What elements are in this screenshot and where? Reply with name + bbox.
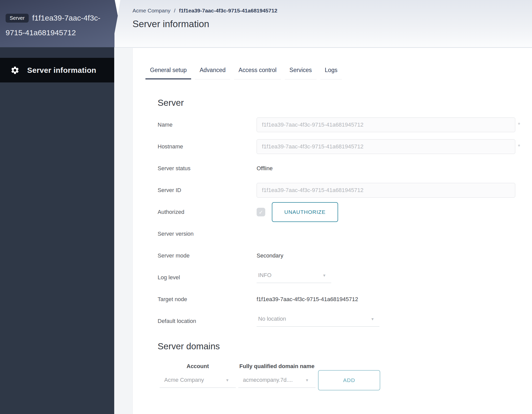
add-domain-button[interactable]: ADD xyxy=(318,370,380,390)
account-column-header: Account xyxy=(160,363,236,370)
content-card: General setup Advanced Access control Se… xyxy=(132,48,532,414)
server-mode-label: Server mode xyxy=(158,252,257,259)
name-input[interactable] xyxy=(257,117,515,132)
form-row-log-level: Log level INFO ▼ xyxy=(158,267,523,288)
server-domains-form: Account Acme Company ▼ Fully qualified d… xyxy=(160,363,523,388)
tab-label: General setup xyxy=(150,67,187,73)
fqdn-select[interactable]: acmecompany.7d.... ▼ xyxy=(238,377,315,388)
chevron-down-icon: ▼ xyxy=(225,378,229,382)
sidebar: Server information xyxy=(0,0,114,414)
form-row-hostname: Hostname * xyxy=(158,136,523,158)
hostname-label: Hostname xyxy=(158,143,257,150)
breadcrumb: Acme Company / f1f1ea39-7aac-4f3c-9715-4… xyxy=(132,8,532,14)
form-row-server-id: Server ID xyxy=(158,179,523,201)
tab-label: Access control xyxy=(239,67,277,73)
required-asterisk: * xyxy=(515,143,523,150)
sidebar-item-server-information[interactable]: Server information xyxy=(0,58,114,82)
tab-general-setup[interactable]: General setup xyxy=(145,67,191,79)
server-mode-value: Secondary xyxy=(257,252,283,259)
tab-label: Services xyxy=(289,67,312,73)
form-row-default-location: Default location No location ▼ xyxy=(158,310,523,332)
default-location-select[interactable]: No location ▼ xyxy=(257,316,379,327)
default-location-label: Default location xyxy=(158,318,257,324)
server-type-badge: Server xyxy=(6,14,29,23)
tab-access-control[interactable]: Access control xyxy=(234,67,281,79)
chevron-down-icon: ▼ xyxy=(305,378,309,382)
sidebar-item-label: Server information xyxy=(27,66,96,75)
default-location-value: No location xyxy=(258,316,286,322)
tab-label: Advanced xyxy=(200,67,225,73)
log-level-label: Log level xyxy=(158,274,257,281)
target-node-label: Target node xyxy=(158,296,257,303)
tab-advanced[interactable]: Advanced xyxy=(195,67,230,79)
unauthorize-button[interactable]: UNAUTHORIZE xyxy=(272,202,338,222)
content-row: General setup Advanced Access control Se… xyxy=(114,48,532,414)
server-status-value: Offline xyxy=(257,165,273,172)
sidebar-header-pennant: Serverf1f1ea39-7aac-4f3c-9715-41a6819457… xyxy=(0,0,118,48)
authorized-checkbox[interactable]: ✓ xyxy=(257,208,265,216)
server-version-label: Server version xyxy=(158,231,257,237)
main-area: Acme Company / f1f1ea39-7aac-4f3c-9715-4… xyxy=(114,0,532,414)
hostname-input[interactable] xyxy=(257,139,515,154)
account-select[interactable]: Acme Company ▼ xyxy=(160,377,236,388)
server-form: Name * Hostname * Se xyxy=(158,114,523,332)
fqdn-select-value: acmecompany.7d.... xyxy=(243,377,293,383)
server-status-label: Server status xyxy=(158,165,257,172)
chevron-down-icon: ▼ xyxy=(322,273,326,278)
gear-icon xyxy=(10,65,20,75)
log-level-value: INFO xyxy=(258,272,272,279)
form-row-target-node: Target node f1f1ea39-7aac-4f3c-9715-41a6… xyxy=(158,288,523,310)
tab-bar: General setup Advanced Access control Se… xyxy=(145,67,523,79)
sidebar-gutter xyxy=(114,48,132,414)
name-label: Name xyxy=(158,122,257,128)
checkmark-icon: ✓ xyxy=(259,210,263,215)
required-asterisk: * xyxy=(515,121,523,128)
account-column: Account Acme Company ▼ xyxy=(160,363,236,388)
form-row-authorized: Authorized ✓ UNAUTHORIZE xyxy=(158,201,523,223)
form-row-server-version: Server version xyxy=(158,223,523,245)
authorized-label: Authorized xyxy=(158,209,257,215)
account-select-value: Acme Company xyxy=(164,377,204,383)
server-section-title: Server xyxy=(158,98,523,108)
breadcrumb-separator: / xyxy=(174,8,175,13)
form-row-server-mode: Server mode Secondary xyxy=(158,245,523,267)
page-title: Server information xyxy=(132,19,532,29)
server-id-label: Server ID xyxy=(158,187,257,194)
log-level-select[interactable]: INFO ▼ xyxy=(257,272,331,283)
server-domains-title: Server domains xyxy=(158,341,523,351)
breadcrumb-account-link[interactable]: Acme Company xyxy=(132,8,170,13)
tab-label: Logs xyxy=(325,67,338,73)
fqdn-column-header: Fully qualified domain name xyxy=(238,363,315,370)
tab-logs[interactable]: Logs xyxy=(320,67,342,79)
server-id-input[interactable] xyxy=(257,183,515,198)
sidebar-nav-strip xyxy=(0,48,114,58)
target-node-value: f1f1ea39-7aac-4f3c-9715-41a681945712 xyxy=(257,296,358,303)
form-row-name: Name * xyxy=(158,114,523,136)
chevron-down-icon: ▼ xyxy=(371,317,374,321)
form-row-server-status: Server status Offline xyxy=(158,158,523,179)
breadcrumb-current: f1f1ea39-7aac-4f3c-9715-41a681945712 xyxy=(179,8,277,13)
fqdn-column: Fully qualified domain name acmecompany.… xyxy=(238,363,315,388)
page-header: Acme Company / f1f1ea39-7aac-4f3c-9715-4… xyxy=(114,0,532,48)
app-window: Server information Serverf1f1ea39-7aac-4… xyxy=(0,0,532,414)
tab-services[interactable]: Services xyxy=(285,67,316,79)
